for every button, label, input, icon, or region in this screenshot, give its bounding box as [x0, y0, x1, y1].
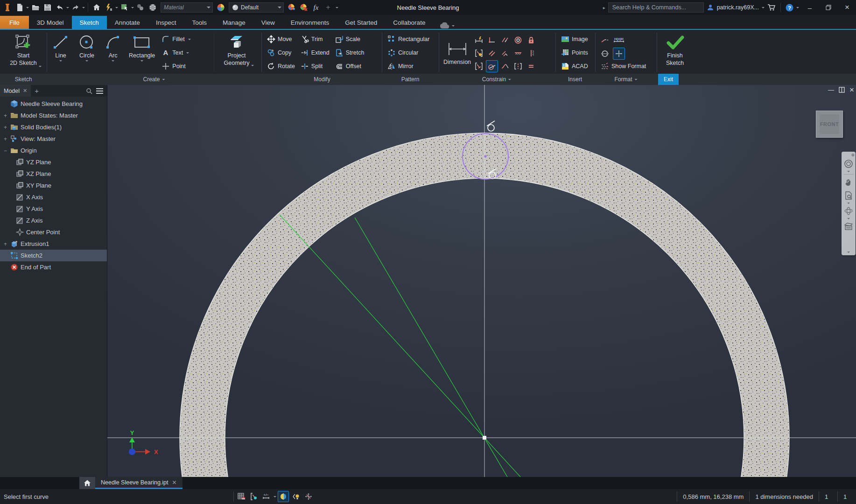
browser-tab-model[interactable]: Model ✕ — [0, 85, 31, 97]
color-wheel-icon[interactable] — [215, 2, 226, 13]
tree-item-origin[interactable]: − Origin — [0, 145, 107, 156]
user-name[interactable]: patrick.ray69X... — [717, 4, 759, 11]
performance-dropdown[interactable] — [115, 7, 118, 8]
project-geometry-dropdown[interactable] — [251, 65, 254, 66]
show-format-button[interactable]: Show Format — [599, 61, 648, 71]
material-combo[interactable]: Material — [161, 2, 213, 13]
home-icon[interactable] — [91, 2, 102, 13]
navbar-close-icon[interactable]: ⊗ — [851, 153, 855, 157]
tab-annotate[interactable]: Annotate — [107, 16, 148, 29]
tree-item-part[interactable]: Needle Sleeve Bearing — [0, 98, 107, 110]
dimension-display-icon[interactable]: +/− — [261, 491, 272, 502]
doc-close-icon[interactable]: × — [849, 87, 854, 93]
tree-item-y-axis[interactable]: Y Axis — [0, 203, 107, 215]
navbar-expand-icon[interactable] — [847, 252, 850, 253]
tab-file[interactable]: File — [0, 16, 29, 29]
tab-collaborate[interactable]: Collaborate — [385, 16, 433, 29]
tab-tools[interactable]: Tools — [184, 16, 215, 29]
driven-dimension-icon[interactable]: H(x)H — [613, 34, 625, 46]
open-file-icon[interactable] — [30, 2, 41, 13]
inventor-logo[interactable] — [2, 2, 13, 13]
undo-dropdown[interactable] — [66, 7, 69, 8]
help-icon[interactable]: ? — [786, 4, 793, 12]
navigation-wheel-icon[interactable] — [843, 158, 854, 169]
group-label-create[interactable]: Create — [143, 74, 165, 85]
rectangle-dropdown[interactable] — [140, 60, 143, 62]
zoom-icon[interactable] — [843, 190, 854, 201]
doc-tab-close-icon[interactable]: ✕ — [172, 479, 177, 486]
scale-button[interactable]: Scale — [333, 34, 366, 44]
redo-dropdown[interactable] — [82, 7, 85, 8]
constraint-visibility-icon[interactable] — [290, 491, 302, 502]
move-button[interactable]: Move — [265, 34, 297, 44]
extend-button[interactable]: Extend — [299, 48, 331, 58]
doc-minimize-icon[interactable]: — — [828, 87, 834, 93]
appearance-combo[interactable]: Default — [229, 2, 284, 13]
viewcube[interactable]: FRONT — [816, 111, 843, 138]
smooth-icon[interactable] — [499, 60, 511, 72]
text-dropdown[interactable] — [186, 52, 189, 54]
show-constraints-icon[interactable] — [473, 60, 485, 72]
circular-pattern-button[interactable]: Circular — [386, 48, 431, 58]
copy-button[interactable]: Copy — [265, 48, 297, 58]
group-label-modify[interactable]: Modify — [314, 74, 330, 85]
user-dropdown[interactable] — [762, 7, 765, 8]
group-label-pattern[interactable]: Pattern — [401, 74, 420, 85]
save-icon[interactable] — [42, 2, 53, 13]
help-search-input[interactable] — [608, 2, 704, 13]
selected-circle-center[interactable] — [484, 155, 486, 157]
tree-item-x-axis[interactable]: X Axis — [0, 191, 107, 203]
restore-icon[interactable] — [821, 1, 836, 14]
tree-item-xz-plane[interactable]: XZ Plane — [0, 168, 107, 180]
tree-item-yz-plane[interactable]: YZ Plane — [0, 156, 107, 168]
fillet-dropdown[interactable] — [188, 39, 191, 40]
customize-caret-icon[interactable] — [336, 7, 338, 8]
tab-get-started[interactable]: Get Started — [337, 16, 385, 29]
appearance-clear-icon[interactable] — [298, 2, 309, 13]
group-label-exit[interactable]: Exit — [658, 74, 679, 85]
rotate-button[interactable]: Rotate — [265, 61, 297, 71]
minimize-icon[interactable]: – — [802, 1, 818, 14]
tab-3d-model[interactable]: 3D Model — [29, 16, 72, 29]
finish-sketch-button[interactable]: FinishSketch — [663, 32, 687, 74]
fix-icon[interactable] — [525, 34, 537, 46]
tab-inspect[interactable]: Inspect — [148, 16, 184, 29]
browser-tab-close-icon[interactable]: ✕ — [23, 88, 27, 94]
browser-add-tab-icon[interactable]: + — [35, 87, 39, 95]
acad-button[interactable]: ACAD — [559, 61, 590, 71]
offset-button[interactable]: Offset — [333, 61, 366, 71]
group-label-insert[interactable]: Insert — [568, 74, 582, 85]
graphics-canvas[interactable]: Y X — × FRONT ⊗ — [107, 85, 856, 477]
orbit-icon[interactable] — [843, 205, 854, 217]
new-file-icon[interactable] — [14, 2, 25, 13]
parameters-fx-icon[interactable]: fx — [310, 2, 322, 13]
home-tab-button[interactable] — [79, 477, 95, 489]
tree-item-model-states[interactable]: + Model States: Master — [0, 110, 107, 121]
concentric-icon[interactable] — [512, 34, 524, 46]
mirror-button[interactable]: Mirror — [386, 61, 431, 71]
user-icon[interactable] — [707, 4, 714, 11]
construction-icon[interactable] — [599, 34, 611, 46]
sketch-center-point[interactable] — [483, 436, 486, 440]
doc-restore-icon[interactable] — [839, 87, 845, 93]
group-label-sketch[interactable]: Sketch — [15, 74, 32, 85]
vertical-icon[interactable] — [525, 47, 537, 59]
center-point-format-icon[interactable] — [613, 48, 625, 60]
render-style-icon[interactable] — [147, 2, 158, 13]
undo-icon[interactable] — [54, 2, 65, 13]
line-button[interactable]: Line — [49, 32, 73, 74]
tree-item-solid-bodies[interactable]: + Solid Bodies(1) — [0, 121, 107, 133]
split-button[interactable]: Split — [299, 61, 331, 71]
start-2d-sketch-button[interactable]: Start2D Sketch — [8, 32, 39, 74]
tree-item-xy-plane[interactable]: XY Plane — [0, 180, 107, 191]
select-tool-icon[interactable] — [119, 2, 130, 13]
start-sketch-dropdown[interactable] — [39, 66, 42, 67]
constraint-inference-icon[interactable] — [248, 491, 260, 502]
tab-environments[interactable]: Environments — [283, 16, 337, 29]
tab-view[interactable]: View — [253, 16, 283, 29]
look-at-icon[interactable] — [843, 221, 854, 232]
active-document-tab[interactable]: Needle Sleeve Bearing.ipt ✕ — [95, 477, 182, 489]
tree-item-extrusion1[interactable]: + Extrusion1 — [0, 238, 107, 250]
appearance-add-icon[interactable] — [286, 2, 297, 13]
dimension-display-dropdown[interactable] — [274, 496, 276, 497]
